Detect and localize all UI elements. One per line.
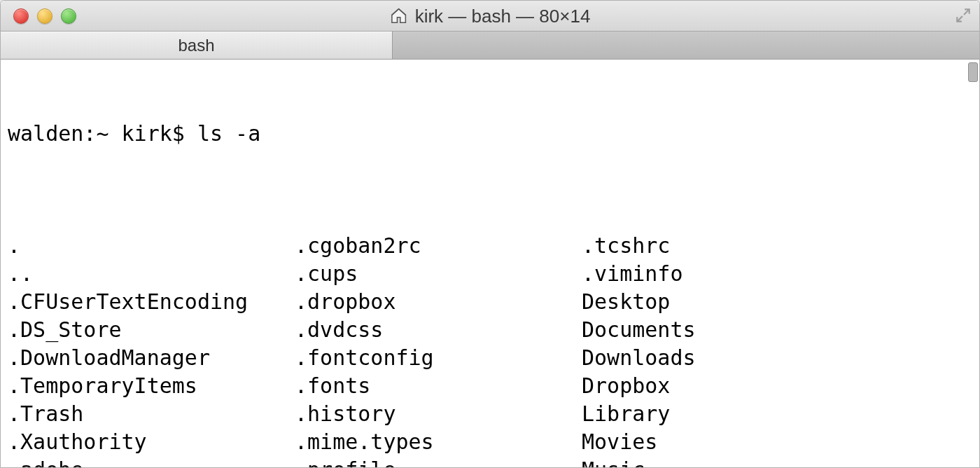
list-item: .DS_Store: [8, 316, 295, 344]
fullscreen-icon[interactable]: [954, 6, 972, 25]
list-item: Desktop: [582, 288, 972, 316]
list-item: .cgoban2rc: [295, 232, 582, 260]
window-title: kirk — bash — 80×14: [390, 5, 591, 27]
list-item: .mime.types: [295, 428, 582, 456]
prompt-text: walden:~ kirk$: [8, 120, 197, 148]
list-item: .fontconfig: [295, 344, 582, 372]
list-item: .dvdcss: [295, 316, 582, 344]
list-item: Movies: [582, 428, 972, 456]
zoom-button[interactable]: [61, 8, 76, 24]
list-item: .TemporaryItems: [8, 372, 295, 400]
ls-output: . .. .CFUserTextEncoding .DS_Store .Down…: [8, 232, 972, 467]
minimize-button[interactable]: [37, 8, 52, 24]
list-item: Documents: [582, 316, 972, 344]
list-item: .CFUserTextEncoding: [8, 288, 295, 316]
list-item: Dropbox: [582, 372, 972, 400]
ls-column-3: .tcshrc .viminfo Desktop Documents Downl…: [582, 232, 972, 467]
list-item: .DownloadManager: [8, 344, 295, 372]
list-item: ..: [8, 260, 295, 288]
list-item: .Xauthority: [8, 428, 295, 456]
list-item: .profile: [295, 456, 582, 467]
ls-column-1: . .. .CFUserTextEncoding .DS_Store .Down…: [8, 232, 295, 467]
ls-column-2: .cgoban2rc .cups .dropbox .dvdcss .fontc…: [295, 232, 582, 467]
list-item: .: [8, 232, 295, 260]
list-item: .history: [295, 400, 582, 428]
list-item: .adobe: [8, 456, 295, 467]
close-button[interactable]: [13, 8, 29, 24]
list-item: .tcshrc: [582, 232, 972, 260]
list-item: .viminfo: [582, 260, 972, 288]
tab-label: bash: [178, 36, 214, 55]
vertical-scrollbar[interactable]: [968, 62, 978, 82]
list-item: .dropbox: [295, 288, 582, 316]
list-item: .Trash: [8, 400, 295, 428]
home-icon: [390, 7, 408, 25]
list-item: Downloads: [582, 344, 972, 372]
list-item: .fonts: [295, 372, 582, 400]
titlebar: kirk — bash — 80×14: [1, 1, 979, 32]
command-text: ls -a: [197, 120, 260, 148]
tab-bash[interactable]: bash: [1, 32, 393, 59]
list-item: Music: [582, 456, 972, 467]
prompt-line-1: walden:~ kirk$ ls -a: [8, 120, 972, 148]
terminal-window: kirk — bash — 80×14 bash walden:~ kirk$ …: [0, 0, 980, 468]
window-controls: [1, 8, 76, 24]
terminal-output[interactable]: walden:~ kirk$ ls -a . .. .CFUserTextEnc…: [1, 60, 979, 467]
list-item: .cups: [295, 260, 582, 288]
tabbar: bash: [1, 32, 979, 60]
list-item: Library: [582, 400, 972, 428]
window-title-text: kirk — bash — 80×14: [415, 5, 591, 27]
